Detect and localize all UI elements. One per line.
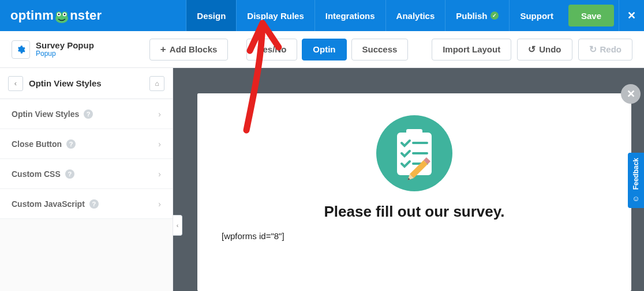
nav-support[interactable]: Support (509, 0, 564, 31)
nav-publish-label: Publish (456, 11, 487, 21)
nav-integrations[interactable]: Integrations (314, 0, 385, 31)
gear-icon (16, 45, 25, 54)
tab-success[interactable]: Success (351, 39, 409, 61)
top-navbar: optinm nster Design Display Rules Integr… (0, 0, 644, 31)
campaign-info: Survey Popup Popup (12, 40, 94, 59)
svg-point-5 (58, 14, 60, 16)
redo-button[interactable]: ↻ Redo (578, 39, 633, 61)
nav-display-rules[interactable]: Display Rules (236, 0, 314, 31)
sidebar: ‹ Optin View Styles ⌂ Optin View Styles … (0, 68, 173, 291)
survey-icon (218, 109, 611, 194)
tab-yesno[interactable]: Yes/No (246, 39, 297, 61)
campaign-title: Survey Popup (36, 41, 94, 51)
help-icon: ? (84, 109, 93, 119)
help-icon: ? (66, 139, 76, 149)
sidebar-back-button[interactable]: ‹ (8, 76, 23, 91)
view-tabs: Yes/No Optin Success (246, 39, 408, 61)
chevron-right-icon: › (158, 109, 161, 119)
sidebar-home-button[interactable]: ⌂ (149, 76, 164, 91)
chevron-right-icon: › (158, 139, 161, 149)
sidebar-header: ‹ Optin View Styles ⌂ (0, 68, 173, 99)
import-layout-button[interactable]: Import Layout (432, 39, 511, 61)
brand-text-pre: optinm (10, 8, 54, 23)
brand-logo: optinm nster (0, 0, 112, 31)
sidebar-item-label: Optin View Styles (12, 109, 79, 119)
nav-analytics[interactable]: Analytics (385, 0, 445, 31)
undo-button[interactable]: ↺ Undo (517, 39, 572, 61)
monster-icon (54, 10, 69, 23)
popup-content: Please fill out our survey. [wpforms id=… (197, 93, 631, 257)
popup-close-button[interactable]: ✕ (621, 84, 641, 104)
chevron-left-icon: ‹ (177, 222, 179, 229)
undo-icon: ↺ (528, 44, 536, 55)
undo-label: Undo (539, 44, 561, 54)
add-blocks-button[interactable]: + Add Blocks (149, 39, 228, 61)
sidebar-item-optin-view-styles[interactable]: Optin View Styles ? › (0, 99, 173, 129)
plus-icon: + (160, 44, 166, 55)
add-blocks-label: Add Blocks (170, 44, 218, 54)
sidebar-title: Optin View Styles (29, 78, 144, 88)
sidebar-item-label: Custom CSS (12, 169, 61, 179)
sidebar-item-label: Close Button (12, 139, 62, 149)
chevron-right-icon: › (158, 199, 161, 209)
close-icon: ✕ (627, 88, 635, 100)
popup-shortcode-text[interactable]: [wpforms id="8"] (218, 231, 611, 241)
main-nav: Design Display Rules Integrations Analyt… (186, 0, 644, 31)
home-icon: ⌂ (155, 80, 159, 88)
chevron-right-icon: › (158, 169, 161, 179)
editor-main: ‹ Optin View Styles ⌂ Optin View Styles … (0, 68, 644, 291)
brand-text-post: nster (70, 8, 102, 23)
feedback-label: Feedback (632, 158, 640, 190)
sidebar-item-label: Custom JavaScript (12, 199, 85, 209)
help-icon: ? (89, 199, 99, 209)
campaign-type: Popup (36, 50, 94, 58)
popup-preview[interactable]: ✕ (197, 93, 631, 291)
sidebar-item-custom-css[interactable]: Custom CSS ? › (0, 159, 173, 189)
editor-toolbar: Survey Popup Popup + Add Blocks Yes/No O… (0, 31, 644, 68)
save-button[interactable]: Save (568, 5, 614, 27)
nav-publish[interactable]: Publish ✓ (445, 0, 509, 31)
nav-design[interactable]: Design (186, 0, 236, 31)
feedback-tab[interactable]: Feedback ☺ (628, 153, 644, 208)
sidebar-item-close-button[interactable]: Close Button ? › (0, 129, 173, 159)
sidebar-item-custom-javascript[interactable]: Custom JavaScript ? › (0, 189, 173, 219)
publish-check-icon: ✓ (491, 12, 499, 20)
popup-heading[interactable]: Please fill out our survey. (218, 203, 611, 221)
help-icon: ? (65, 169, 74, 179)
redo-label: Redo (600, 44, 622, 54)
tab-optin[interactable]: Optin (302, 39, 346, 61)
svg-rect-9 (406, 129, 422, 137)
campaign-settings-button[interactable] (12, 40, 30, 59)
canvas: ‹ ✕ (173, 68, 644, 291)
redo-icon: ↻ (589, 44, 597, 55)
close-editor-button[interactable]: ✕ (619, 0, 644, 31)
sidebar-collapse-handle[interactable]: ‹ (173, 215, 182, 236)
feedback-icon: ☺ (632, 194, 639, 203)
svg-point-6 (64, 14, 66, 16)
chevron-left-icon: ‹ (14, 79, 17, 88)
